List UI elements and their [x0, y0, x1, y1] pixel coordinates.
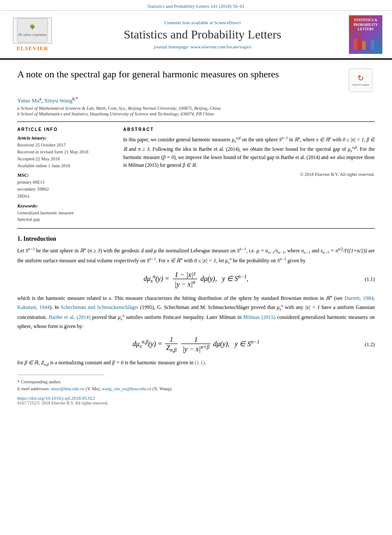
article-info-abstract: ARTICLE INFO Article history: Received 2…: [17, 127, 375, 223]
keyword-2: Spectral gap: [17, 216, 112, 223]
journal-homepage: journal homepage: www.elsevier.com/locat…: [65, 44, 340, 49]
journal-header: 🌳 Ne ultra crepidam ELSEVIER Contents li…: [0, 11, 392, 60]
received-date: Received 25 October 2017: [17, 142, 112, 149]
check-updates-container: ↻ Check for updates: [349, 68, 375, 92]
main-content: A note on the spectral gap for general h…: [0, 60, 392, 414]
intro-paragraph-3: for β ∈ ℝ, Zn,β is a normalizing constan…: [17, 359, 375, 368]
check-updates-icon: ↻: [357, 73, 364, 83]
check-updates-label: Check for updates: [352, 83, 369, 86]
footnote-corresponding: * Corresponding author.: [17, 379, 375, 385]
svg-rect-6: [362, 41, 366, 50]
svg-rect-9: [375, 42, 378, 50]
footnote-emails: E-mail addresses: mayt@bnu.edu.cn (Y. Ma…: [17, 385, 375, 392]
svg-rect-7: [367, 38, 370, 50]
elsevier-lion-icon: 🌳 Ne ultra crepidam: [13, 18, 52, 44]
journal-cover-text: STATISTICS &PROBABILITYLETTERS: [353, 18, 379, 51]
intro-paragraph-1: Let Sn−1 be the unit sphere in ℝn (n ≥ 3…: [17, 246, 375, 266]
elsevier-logo: 🌳 Ne ultra crepidam ELSEVIER: [9, 18, 56, 52]
journal-cover-image: STATISTICS &PROBABILITYLETTERS: [349, 15, 382, 54]
contents-available-line: Contents lists available at ScienceDirec…: [65, 20, 340, 25]
formula-1-1-container: dμxn(y) = 1 − |x|² |y − x|n dμ(y), y ∈ S…: [17, 271, 375, 288]
abstract-body: In this paper, we consider general harmo…: [123, 135, 375, 169]
author2-sup: b,*: [72, 96, 78, 101]
author1-sup: a: [39, 96, 41, 101]
svg-rect-4: [354, 39, 357, 50]
journal-thumbnail: STATISTICS &PROBABILITYLETTERS: [349, 15, 383, 54]
svg-rect-0: [17, 19, 48, 42]
abstract-heading: ABSTRACT: [123, 127, 375, 132]
accepted-date: Accepted 22 May 2018: [17, 156, 112, 162]
email1-owner: (Y. Ma),: [86, 386, 101, 391]
email-label: E-mail addresses:: [17, 386, 50, 391]
msc-tertiary: 26Dxx: [17, 193, 112, 200]
sciencedirect-link[interactable]: ScienceDirect: [214, 20, 241, 25]
check-updates-badge[interactable]: ↻ Check for updates: [349, 68, 373, 92]
formula-1-2: dμxn,β(y) = 1 Zn,β 1 |y − x|n+β dμ(y), y…: [133, 336, 260, 353]
abstract-column: ABSTRACT In this paper, we consider gene…: [123, 127, 375, 223]
msc-primary: primary 60E15: [17, 179, 112, 186]
email2-owner: (X. Wang).: [153, 386, 173, 391]
journal-center: Contents lists available at ScienceDirec…: [65, 20, 340, 49]
formula-1-2-container: dμxn,β(y) = 1 Zn,β 1 |y − x|n+β dμ(y), y…: [17, 336, 375, 353]
journal-homepage-link[interactable]: www.elsevier.com/locate/stapro: [191, 44, 251, 49]
elsevier-brand-text: ELSEVIER: [16, 45, 48, 52]
doi-link[interactable]: https://doi.org/10.1016/j.spl.2018.05.02…: [17, 395, 375, 401]
intro-heading: 1. Introduction: [17, 236, 375, 242]
article-info-heading: ARTICLE INFO: [17, 127, 112, 132]
svg-text:🌳: 🌳: [29, 24, 35, 30]
affiliation-a: a School of Mathematical Sciences & Lab,…: [17, 106, 375, 111]
keywords-label: Keywords:: [17, 203, 112, 208]
affiliation-b: b School of Mathematics and Statistics, …: [17, 111, 375, 116]
available-date: Available online 1 June 2018: [17, 162, 112, 169]
star-note: * Corresponding author.: [17, 379, 61, 384]
formula-1-1: dμxn(y) = 1 − |x|² |y − x|n dμ(y), y ∈ S…: [143, 271, 249, 288]
article-info-column: ARTICLE INFO Article history: Received 2…: [17, 127, 112, 223]
article-title: A note on the spectral gap for general h…: [17, 68, 342, 81]
article-title-section: A note on the spectral gap for general h…: [17, 68, 375, 92]
divider-thick-2: [17, 228, 375, 229]
author1-name[interactable]: Yutao Ma: [17, 97, 39, 104]
msc-block: MSC: primary 60E15 secondary 39B62 26Dxx: [17, 172, 112, 199]
article-title-container: A note on the spectral gap for general h…: [17, 68, 342, 81]
authors-line: Yutao Maa, Xinyu Wangb,*: [17, 96, 375, 104]
keyword-1: Generalized harmonic measure: [17, 210, 112, 217]
footnote-divider: [17, 375, 104, 375]
keywords-block: Keywords: Generalized harmonic measure S…: [17, 203, 112, 223]
author2-name[interactable]: Xinyu Wang: [44, 97, 73, 104]
intro-paragraph-2: which is the harmonic measure related to…: [17, 293, 375, 331]
svg-rect-8: [371, 40, 374, 50]
history-label: Article history:: [17, 135, 112, 140]
svg-text:Ne ultra crepidam: Ne ultra crepidam: [18, 32, 47, 37]
email2-link[interactable]: wang_xin_yu@hust.edu.cn: [102, 386, 151, 391]
journal-reference: Statistics and Probability Letters 141 (…: [147, 3, 245, 9]
msc-secondary: secondary 39B62: [17, 186, 112, 193]
msc-label: MSC:: [17, 172, 112, 178]
divider-thick: [17, 121, 375, 122]
page: Statistics and Probability Letters 141 (…: [0, 0, 392, 535]
copyright-notice: © 2018 Elsevier B.V. All rights reserved…: [123, 172, 375, 177]
journal-title: Statistics and Probability Letters: [65, 28, 340, 41]
eq-number-1-1: (1.1): [365, 276, 375, 283]
issn-copyright: 0167-7152/© 2018 Elsevier B.V. All right…: [17, 401, 375, 405]
revised-date: Received in revised form 21 May 2018: [17, 149, 112, 156]
email1-link[interactable]: mayt@bnu.edu.cn: [51, 386, 84, 391]
svg-rect-5: [358, 37, 361, 50]
eq-number-1-2: (1.2): [365, 341, 375, 348]
top-bar: Statistics and Probability Letters 141 (…: [0, 0, 392, 11]
